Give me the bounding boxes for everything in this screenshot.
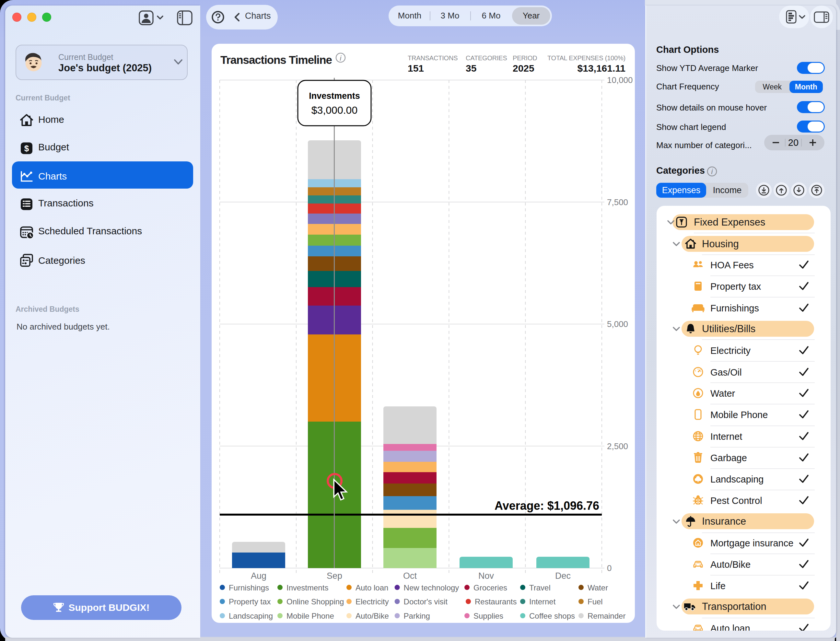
svg-text:Restaurants: Restaurants — [475, 597, 517, 606]
svg-text:Electricity: Electricity — [356, 597, 389, 606]
svg-text:10,000: 10,000 — [607, 75, 633, 85]
svg-text:Investments: Investments — [309, 91, 360, 101]
svg-text:Landscaping: Landscaping — [229, 612, 273, 620]
svg-text:Average: $1,096.76: Average: $1,096.76 — [494, 499, 599, 512]
svg-text:Auto/Bike: Auto/Bike — [356, 612, 389, 620]
svg-text:New technology: New technology — [404, 583, 459, 592]
svg-text:Online Shopping: Online Shopping — [286, 597, 344, 606]
svg-text:Investments: Investments — [286, 583, 328, 592]
svg-text:Groceries: Groceries — [473, 583, 507, 592]
svg-text:Coffee shops: Coffee shops — [529, 612, 575, 620]
svg-text:Internet: Internet — [529, 597, 556, 606]
svg-text:Aug: Aug — [251, 571, 266, 581]
svg-text:20: 20 — [788, 137, 798, 148]
svg-text:Remainder: Remainder — [587, 612, 626, 620]
svg-text:i: i — [711, 167, 713, 176]
svg-text:2,500: 2,500 — [607, 441, 628, 451]
svg-text:Oct: Oct — [403, 571, 417, 581]
svg-text:Nov: Nov — [478, 571, 494, 581]
svg-text:Furnishings: Furnishings — [229, 583, 269, 592]
svg-text:Sep: Sep — [327, 571, 342, 581]
svg-text:i: i — [340, 54, 342, 62]
svg-text:7,500: 7,500 — [607, 197, 628, 207]
svg-text:$3,000.00: $3,000.00 — [311, 104, 357, 116]
svg-text:Fuel: Fuel — [587, 597, 603, 606]
svg-text:5,000: 5,000 — [607, 319, 628, 329]
svg-text:Dec: Dec — [555, 571, 571, 581]
svg-text:Mobile Phone: Mobile Phone — [286, 612, 334, 620]
svg-text:Water: Water — [587, 583, 608, 592]
svg-text:Travel: Travel — [529, 583, 550, 592]
svg-text:0: 0 — [607, 563, 611, 573]
svg-text:Doctor's visit: Doctor's visit — [404, 597, 448, 606]
svg-text:Supplies: Supplies — [473, 612, 503, 620]
svg-text:Property tax: Property tax — [229, 597, 270, 606]
svg-text:Auto loan: Auto loan — [356, 583, 388, 592]
svg-text:Parking: Parking — [404, 612, 430, 620]
